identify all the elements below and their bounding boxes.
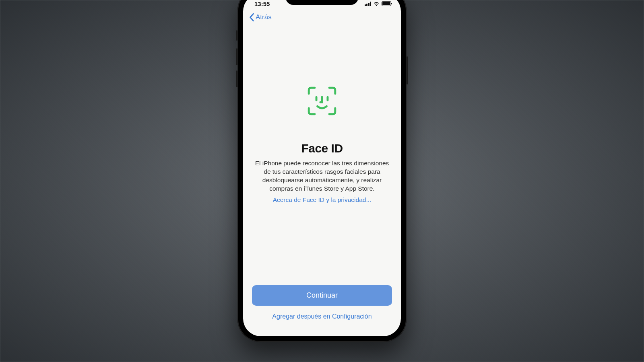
faceid-icon bbox=[305, 84, 339, 117]
screen: 13:55 Atrás bbox=[243, 0, 401, 336]
volume-down-button bbox=[236, 70, 237, 87]
silence-switch bbox=[236, 30, 237, 41]
page-title: Face ID bbox=[301, 142, 343, 155]
page-description: El iPhone puede reconocer las tres dimen… bbox=[254, 159, 390, 193]
status-time: 13:55 bbox=[254, 0, 270, 7]
continue-button[interactable]: Continuar bbox=[252, 285, 392, 306]
phone-frame: 13:55 Atrás bbox=[237, 0, 407, 342]
battery-icon bbox=[382, 1, 391, 6]
content: Face ID El iPhone puede reconocer las tr… bbox=[243, 24, 401, 285]
volume-up-button bbox=[236, 48, 237, 65]
setup-later-link[interactable]: Agregar después en Configuración bbox=[272, 313, 372, 320]
footer-actions: Continuar Agregar después en Configuraci… bbox=[243, 285, 401, 336]
back-label: Atrás bbox=[256, 13, 272, 21]
navigation-bar: Atrás bbox=[243, 10, 401, 24]
power-button bbox=[407, 56, 408, 84]
back-button[interactable]: Atrás bbox=[249, 13, 272, 22]
notch bbox=[286, 0, 358, 5]
wifi-icon bbox=[373, 1, 380, 6]
privacy-link[interactable]: Acerca de Face ID y la privacidad... bbox=[273, 196, 372, 204]
chevron-left-icon bbox=[249, 13, 255, 22]
cellular-signal-icon bbox=[365, 2, 372, 6]
